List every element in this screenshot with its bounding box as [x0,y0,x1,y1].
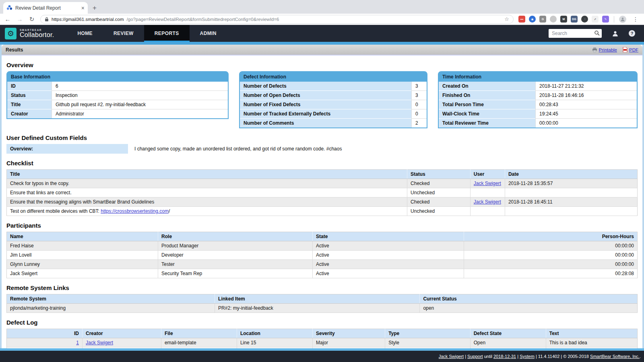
printable-link[interactable]: Printable [592,47,617,52]
cell-text: This is a bad idea [546,338,637,348]
user-link[interactable]: Jack Swigert [474,181,501,186]
cell-name: Jack Swigert [7,269,158,278]
url-bar[interactable]: https://gmail361.smartbeartrial.com/go?p… [40,15,514,24]
printable-label: Printable [599,47,617,52]
person-icon [620,17,625,22]
user-account-button[interactable] [612,31,618,37]
cell-status: open [420,304,638,313]
gray-circle-extension-icon[interactable] [550,16,557,23]
cell-date: 2018-11-28 16:45:11 [505,197,637,207]
info-value: Inspection [52,91,228,100]
pdf-link[interactable]: PDF [623,47,638,52]
new-tab-button[interactable]: + [93,4,97,12]
brand-logo[interactable]: ⚙ SMARTBEAR Collabortor. [0,28,60,39]
cell-user [470,207,505,216]
cell-date [505,188,637,197]
column-header-date: Date [505,170,637,179]
browser-menu-icon[interactable]: ⋮ [631,16,640,23]
id-link[interactable]: 1 [76,340,79,346]
footer-link[interactable]: Support [467,354,483,359]
footer-link[interactable]: SmartBear Software, Inc. [590,354,640,359]
pencil-extension-icon[interactable]: ✎ [602,16,609,23]
info-row: Total Reviewer Time00:00:00 [439,119,637,128]
cell-date: 2018-11-28 15:35:57 [505,179,637,188]
column-header-status: Current Status [420,294,638,304]
divider [614,16,614,23]
checklist-heading: Checklist [6,160,638,167]
checklist-table: TitleStatusUserDateCheck for typos in th… [6,169,638,216]
info-label: Creator [7,109,52,118]
cell-name: Fred Haise [7,241,158,251]
info-label: Finished On [439,91,535,100]
arrow-extension-icon[interactable]: ⇗ [592,16,599,23]
column-header-text: Text [546,329,637,338]
bookmark-star-icon[interactable]: ☆ [504,16,509,22]
info-value: 0 [411,109,427,119]
column-header-location: Location [237,329,312,338]
info-label: Created On [439,82,535,91]
browser-tab[interactable]: Review Detail Report × [3,2,88,14]
creator-link[interactable]: Jack Swigert [86,340,113,346]
results-title: Results [6,47,23,53]
back-icon[interactable]: ← [4,16,11,23]
m-extension-icon[interactable]: M [560,16,567,23]
red-extension-icon[interactable]: ••• [518,16,525,23]
help-icon: ? [629,30,635,37]
browser-profile-avatar[interactable] [619,16,626,23]
cell-state: Active [312,260,464,269]
tab-close-icon[interactable]: × [81,5,85,11]
cell-file: email-template [161,338,237,348]
printer-icon [592,47,597,52]
search-icon[interactable] [594,30,600,36]
nav-item-review[interactable]: REVIEW [103,25,144,42]
g-extension-icon[interactable]: G [539,16,546,23]
footer-link[interactable]: Jack Swigert [439,354,464,359]
nav-item-reports[interactable]: REPORTS [144,25,190,42]
dark-circle-extension-icon[interactable]: ◔ [581,16,588,23]
footer-link[interactable]: 2018-12-31 [493,354,516,359]
tab-favicon [6,5,12,11]
participants-table: NameRoleStatePerson-HoursFred HaiseProdu… [6,232,638,278]
column-header-remote: Remote System [7,294,215,304]
info-value: Administrator [52,109,228,118]
cell-role: Tester [158,260,313,269]
cell-severity: Major [312,338,385,348]
search-wrap [549,29,602,38]
table-row: Test on different mobile devices with CB… [7,207,638,216]
user-link[interactable]: Jack Swigert [474,199,501,205]
time-info-title: Time Information [439,72,637,82]
cell-status: Checked [407,179,471,188]
info-row: Number of Open Defects3 [240,91,427,100]
column-header-type: Type [385,329,471,338]
info-row: Created On2018-11-27 21:21:32 [439,82,637,91]
cell-remote: pjlonda/marketing-training [7,304,215,313]
footer-link[interactable]: System [520,354,535,359]
dg-extension-icon[interactable]: DG [571,16,578,23]
collaborator-extension-icon[interactable]: ◉ [529,16,536,23]
custom-field-value: I changed some copy, made an unordered l… [128,144,348,154]
cell-hours: 00:00:00 [464,260,638,269]
cell-state: Active [312,241,464,251]
info-value: Github pull request #2. my-initial-feedb… [52,100,228,109]
info-value: 00:28:43 [535,100,637,109]
cell-name: Glynn Lunney [7,260,158,269]
info-row: CreatorAdministrator [7,109,228,118]
column-header-title: Title [7,170,407,179]
table-row: pjlonda/marketing-trainingPR#2: my-initi… [7,304,638,313]
base-info-title: Base Information [7,72,228,82]
forward-icon[interactable]: → [16,16,23,23]
header-right: ? [549,29,644,38]
reload-icon[interactable]: ↻ [28,16,35,23]
info-value: 3 [411,82,427,91]
info-label: Status [7,91,52,100]
nav-item-admin[interactable]: ADMIN [190,25,227,42]
app-header: ⚙ SMARTBEAR Collabortor. HOMEREVIEWREPOR… [0,25,644,42]
help-button[interactable]: ? [629,30,635,37]
title-link[interactable]: https://crossbrowsertesting.com [101,208,169,214]
defect-info-title: Defect Information [240,72,427,82]
info-value: 6 [52,82,228,91]
nav-item-home[interactable]: HOME [67,25,103,42]
cell-status: Unchecked [407,207,471,216]
column-header-hours: Person-Hours [464,232,638,241]
cell-id: 1 [7,338,83,348]
